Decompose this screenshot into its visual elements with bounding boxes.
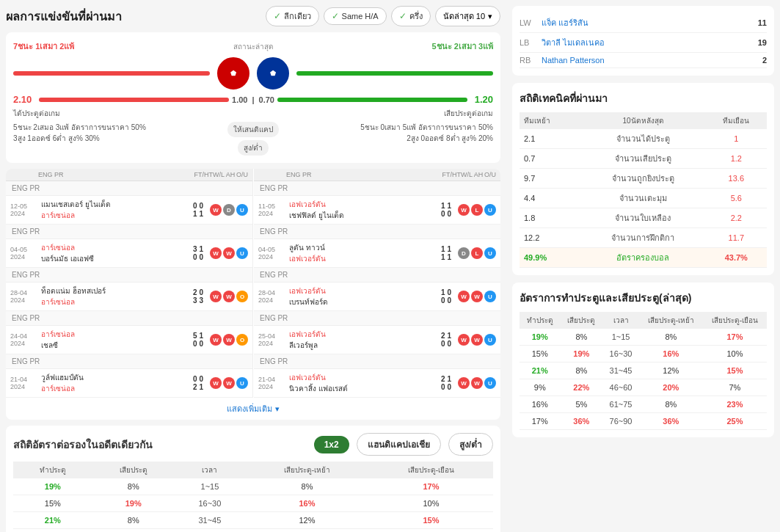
badge-u: U xyxy=(484,377,496,389)
btn-handicap[interactable]: แฮนดิแคปเอเชีย xyxy=(357,433,441,456)
form-label: สถานะล่าสุด xyxy=(233,41,274,52)
league-row: ENG PR xyxy=(254,225,500,239)
badge-u: U xyxy=(484,334,496,346)
filter-single-league[interactable]: ✓ ลีกเดียว xyxy=(266,6,319,26)
table-row: 2.1 จำนวนได้ประตู 1 xyxy=(520,129,767,149)
home-team-logo: ⬟ xyxy=(217,57,249,90)
badge-w: W xyxy=(210,204,222,216)
bottom-title: สถิติอัตราต่อรองในอดีตเดียวกัน xyxy=(13,437,307,453)
table-row: 15% 19% 16~30 16% 10% xyxy=(520,346,767,362)
filter-half[interactable]: ✓ ครึ่ง xyxy=(391,6,431,26)
away-odds-label: เสียประตูต่อเกม xyxy=(444,108,493,119)
table-row: 21% 8% 31~45 12% 15% xyxy=(520,362,767,379)
league-row: ENG PR xyxy=(254,311,500,326)
badge-w: W xyxy=(458,334,470,346)
show-more-btn[interactable]: แสดงเพิ่มเติม ▾ xyxy=(6,398,500,420)
league-row: ENG PR xyxy=(6,311,252,326)
home-col-header: ENG PR FT/HT W/L AH O/U xyxy=(6,169,252,181)
badge-w: W xyxy=(471,291,483,302)
player-row: LW แจ็ค แฮร์ริสัน 11 xyxy=(520,13,767,33)
badge-w: W xyxy=(223,291,235,302)
section-header: ผลการแข่งขันที่ผ่านมา ✓ ลีกเดียว ✓ Same … xyxy=(6,6,500,26)
badge-l: L xyxy=(471,204,483,216)
match-tables: ENG PR FT/HT W/L AH O/U ENG PR 12-052024… xyxy=(6,169,500,398)
table-row: 12-052024 แมนเชสเตอร์ ยูไนเต็ด อาร์เซน่อ… xyxy=(6,196,252,225)
badge-l: L xyxy=(471,247,483,259)
filter-same-ha[interactable]: ✓ Same H/A xyxy=(324,7,387,25)
league-row: ENG PR xyxy=(6,181,252,196)
rate-table-right: ทำประตู เสียประตู เวลา เสียประตู-เหย้า เ… xyxy=(520,312,767,430)
badge-w: W xyxy=(210,377,222,389)
badge-w: W xyxy=(458,291,470,302)
mid-score-left: 1.00 xyxy=(232,95,247,104)
home-matches-col: ENG PR FT/HT W/L AH O/U ENG PR 12-052024… xyxy=(6,169,253,398)
rate-section: อัตราการทำประตูและเสียประตู(ล่าสุด) ทำปร… xyxy=(512,283,774,437)
filter-bar: ✓ ลีกเดียว ✓ Same H/A ✓ ครึ่ง นัดล่าสุด … xyxy=(266,6,500,26)
btn-1x2[interactable]: 1x2 xyxy=(314,436,349,453)
home-team-form: 7ชนะ 1เสมา 2แพ้ xyxy=(13,40,74,53)
table-row: 28-042024 ท็อตแน่ม ฮ็อทสเปอร์ อาร์เซน่อล… xyxy=(6,283,252,311)
filter-last-matches[interactable]: นัดล่าสุด 10 ▾ xyxy=(435,6,500,26)
mid-score-right: 0.70 xyxy=(259,95,274,104)
badge-w: W xyxy=(458,204,470,216)
check-icon-3: ✓ xyxy=(399,11,407,21)
team-form-row: 7ชนะ 1เสมา 2แพ้ สถานะล่าสุด 5ชนะ 2เสมา 3… xyxy=(13,40,493,53)
chevron-down-icon: ▾ xyxy=(488,12,492,21)
table-row: 12.2 จำนวนการฝึกติกา 11.7 xyxy=(520,228,767,248)
badge-d: D xyxy=(458,247,470,259)
player-name: วิตาลี ไมเดลเนคอ xyxy=(542,36,752,49)
nathan-patterson-name: Nathan Patterson xyxy=(542,56,752,65)
league-row: ENG PR xyxy=(6,268,252,283)
badge-w: W xyxy=(223,247,235,259)
table-row: 21-042024 วูล์ฟแฮมป์ตัน อาร์เซน่อล 0 0 2… xyxy=(6,369,252,398)
match-section: ENG PR FT/HT W/L AH O/U ENG PR 12-052024… xyxy=(6,169,500,420)
bottom-section: สถิติอัตราต่อรองในอดีตเดียวกัน 1x2 แฮนดิ… xyxy=(6,426,500,532)
table-row: 4.4 จำนวนเตะมุม 5.6 xyxy=(520,189,767,208)
table-row: 25-042024 เอฟเวอร์ตัน ลีเวอร์พูล 2 1 0 0… xyxy=(254,326,500,354)
rate-table: ทำประตู เสียประตู เวลา เสียประตู-เหย้า เ… xyxy=(13,462,493,532)
player-section: LW แจ็ค แฮร์ริสัน 11 LB วิตาลี ไมเดลเนคอ… xyxy=(512,6,774,76)
team-comparison: 7ชนะ 1เสมา 2แพ้ สถานะล่าสุด 5ชนะ 2เสมา 3… xyxy=(6,32,500,163)
scores-row: 2.10 1.00 | 0.70 1.20 xyxy=(13,94,493,105)
table-row: 16% 5% 61~75 8% 23% xyxy=(520,396,767,413)
tech-stats-title: สถิติเทคนิคที่ผ่านมา xyxy=(520,90,767,106)
home-odds-label: ได้ประตูต่อเกม xyxy=(13,108,60,119)
table-row: 21% 8% 31~45 12% 15% xyxy=(13,512,493,529)
rate-title: อัตราการทำประตูและเสียประตู(ล่าสุด) xyxy=(520,290,767,306)
away-odds: 1.20 xyxy=(475,94,493,105)
handicap-row: 5ชนะ 2เสมอ 3แพ้ อัตราการขนราคา 50% 3สูง … xyxy=(13,122,493,156)
home-odds: 2.10 xyxy=(13,94,32,105)
badge-d: D xyxy=(223,204,235,216)
btn-overunder[interactable]: สูง/ต่ำ xyxy=(448,433,493,456)
league-row: ENG PR xyxy=(254,268,500,283)
tech-stats-table: ทีมเหย้า 10นัดหลังสุด ทีมเยือน 2.1 จำนวน… xyxy=(520,112,767,268)
table-row: 17% 36% 76~90 36% 25% xyxy=(520,413,767,430)
bottom-header: สถิติอัตราต่อรองในอดีตเดียวกัน 1x2 แฮนดิ… xyxy=(13,433,493,456)
table-row: 21-042024 เอฟเวอร์ตัน นิวคาสิ้ง แฟอเรสต์… xyxy=(254,369,500,398)
player-row: RB Nathan Patterson 2 xyxy=(520,53,767,68)
table-row: 0.7 จำนวนเสียประตู 1.2 xyxy=(520,149,767,169)
table-row: 9% 22% 46~60 20% 7% xyxy=(520,379,767,396)
table-row: 9.7 จำนวนถูกยิงประตู 13.6 xyxy=(520,169,767,189)
table-row: 11-052024 เอฟเวอร์ตัน เชฟฟิลด์ ยูไนเต็ด … xyxy=(254,196,500,225)
table-row: 15% 19% 16~30 16% 10% xyxy=(13,495,493,512)
player-name: แจ็ค แฮร์ริสัน xyxy=(542,16,752,29)
table-row: 9% 22% 46~60 20% 7% xyxy=(13,529,493,533)
badge-w: W xyxy=(210,334,222,346)
badge-u: U xyxy=(484,291,496,302)
table-row: 28-042024 เอฟเวอร์ตัน เบรนท์ฟอร์ด 1 0 0 … xyxy=(254,283,500,311)
league-row: ENG PR xyxy=(254,181,500,196)
badge-u: U xyxy=(484,204,496,216)
tech-stats-section: สถิติเทคนิคที่ผ่านมา ทีมเหย้า 10นัดหลังส… xyxy=(512,83,774,275)
league-row: ENG PR xyxy=(254,354,500,369)
badge-u: U xyxy=(236,247,248,259)
table-row: 19% 8% 1~15 8% 17% xyxy=(13,478,493,495)
page-title: ผลการแข่งขันที่ผ่านมา xyxy=(6,7,122,26)
away-team-logo: ⬟ xyxy=(257,57,289,90)
table-row: 04-052024 อาร์เซน่อล บอร์นมัธ เอเอฟซี 3 … xyxy=(6,239,252,268)
table-row: 1.8 จำนวนใบเหลือง 2.2 xyxy=(520,208,767,228)
league-row: ENG PR xyxy=(6,354,252,369)
badge-w: W xyxy=(210,291,222,302)
badge-w: W xyxy=(471,377,483,389)
away-col-header: ENG PR FT/HT W/L AH O/U xyxy=(254,169,500,181)
